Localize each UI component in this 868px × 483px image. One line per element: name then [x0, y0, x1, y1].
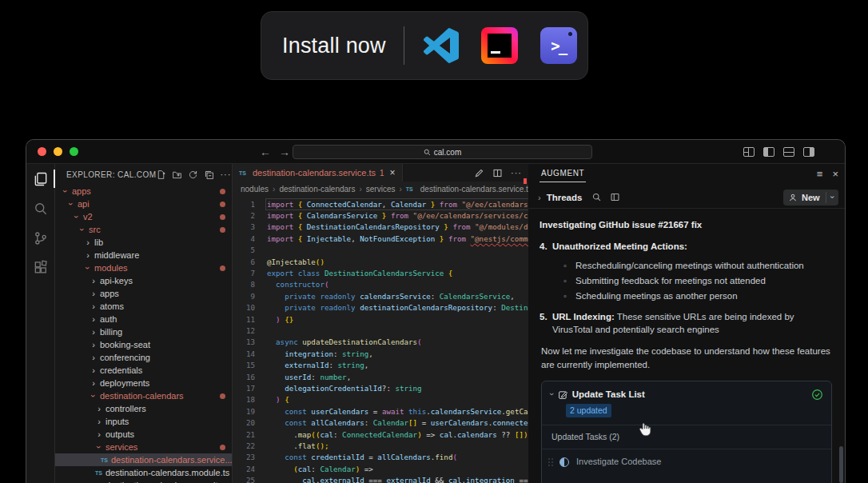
line-number: 11 [233, 315, 255, 324]
toggle-panel-icon[interactable] [783, 147, 794, 157]
git-modified-dot [220, 445, 225, 450]
code-line: 24 (cal: Calendar) => [233, 463, 528, 474]
code-line: 17 delegationCredentialId?: string [233, 382, 528, 393]
tree-item-label: auth [100, 314, 117, 324]
ts-file-icon: TS [95, 470, 102, 476]
pen-icon[interactable] [474, 168, 484, 178]
line-number: 8 [233, 280, 255, 289]
chevron-right-icon: › [90, 366, 98, 374]
search-threads-icon[interactable] [591, 192, 602, 202]
tree-row[interactable]: ›inputs [55, 415, 232, 428]
code-line: 20 const allCalendars: Calendar[] = user… [233, 417, 528, 428]
git-modified-dot [220, 202, 225, 207]
code-line: 12 [233, 325, 528, 336]
tree-row[interactable]: ›modules [55, 261, 232, 274]
panel-scrollbar[interactable] [839, 446, 843, 483]
code-line: 4import { Injectable, NotFoundException … [233, 233, 528, 244]
line-number: 13 [233, 337, 255, 346]
chevron-down-icon[interactable]: › [828, 196, 837, 198]
explorer-icon[interactable] [26, 164, 54, 194]
customize-layout-icon[interactable] [743, 147, 755, 157]
tree-row[interactable]: ›api [55, 198, 232, 210]
threads-label[interactable]: Threads [547, 193, 583, 202]
chevron-down-icon: › [62, 187, 70, 195]
close-icon[interactable]: × [832, 168, 838, 180]
close-window-button[interactable] [38, 147, 46, 156]
assistant-paragraph: Now let me investigate the codebase to u… [541, 345, 834, 371]
zoom-window-button[interactable] [70, 147, 78, 156]
tree-row[interactable]: ›billing [55, 325, 232, 338]
minimize-window-button[interactable] [54, 147, 62, 156]
drag-handle-icon[interactable] [548, 458, 555, 466]
tree-row[interactable]: ›credentials [55, 364, 232, 377]
tree-row[interactable]: ›destination-calendars [55, 389, 232, 402]
editor[interactable]: TS destination-calendars.service.ts 1 × … [233, 164, 528, 483]
tree-row[interactable]: ›apps [55, 287, 232, 300]
tree-row[interactable]: ›lib [55, 236, 232, 249]
split-editor-icon[interactable] [492, 168, 503, 178]
search-icon[interactable] [26, 194, 54, 223]
panel-layout-icon[interactable] [610, 192, 620, 202]
tree-row[interactable]: ›apps [55, 185, 232, 198]
tree-row[interactable]: ›controllers [55, 402, 232, 415]
tree-row[interactable]: ›deployments [55, 377, 232, 389]
tree-row[interactable]: ›middleware [55, 249, 232, 261]
code-line: 21 .map((cal: ConnectedCalendar) => cal.… [233, 429, 528, 440]
tree-row[interactable]: TSdestination-calendars.repository.ts [55, 479, 232, 483]
tree-row[interactable]: ›src [55, 223, 232, 236]
finding-4: 4. Unauthorized Meeting Actions: Resched… [540, 240, 834, 302]
tab-destination-calendars-service[interactable]: TS destination-calendars.service.ts 1 × [233, 164, 403, 182]
task-row[interactable]: Investigate Codebase [542, 449, 831, 475]
editor-more-icon[interactable]: ··· [511, 170, 522, 176]
collapse-all-icon[interactable] [204, 170, 214, 180]
chevron-right-icon: › [95, 405, 103, 413]
tab-close-icon[interactable]: × [390, 167, 396, 178]
url-bar[interactable]: cal.com [293, 145, 592, 159]
new-thread-button[interactable]: New › [783, 190, 838, 206]
code-line: 6@Injectable() [233, 256, 528, 267]
back-button[interactable]: ← [260, 146, 271, 158]
titlebar: ← → cal.com [26, 140, 845, 164]
tree-row[interactable]: ›auth [55, 313, 232, 325]
tree-row[interactable]: ›conferencing [55, 351, 232, 364]
tree-row[interactable]: TSdestination-calendars.service....1 [55, 453, 232, 466]
app-window: ← → cal.com [26, 139, 846, 483]
tree-row[interactable]: TSdestination-calendars.module.ts [55, 466, 232, 479]
vscode-icon[interactable] [424, 28, 459, 63]
terminal-icon[interactable]: >_ [540, 27, 577, 64]
augment-panel-title[interactable]: AUGMENT [540, 166, 586, 182]
tree-item-label: outputs [106, 429, 134, 439]
breadcrumb[interactable]: nodules› destination-calendars› services… [233, 182, 528, 196]
source-control-icon[interactable] [26, 223, 54, 253]
tree-row[interactable]: ›api-keys [55, 274, 232, 287]
extensions-icon[interactable] [26, 253, 54, 282]
tree-item-label: destination-calendars.service.... [111, 455, 233, 465]
toggle-primary-sidebar-icon[interactable] [763, 147, 774, 157]
chevron-down-icon[interactable]: › [545, 393, 558, 396]
finding-4-bullets: Rescheduling/canceling meetings without … [563, 259, 834, 303]
git-modified-dot [220, 265, 225, 271]
tree-row[interactable]: ›atoms [55, 300, 232, 313]
chevron-right-icon[interactable]: › [538, 193, 541, 202]
install-banner[interactable]: Install now >_ [261, 11, 588, 80]
task-row[interactable]: Analyze Issue Details [542, 475, 831, 483]
tree-item-label: destination-calendars [100, 391, 184, 401]
new-file-icon[interactable] [156, 170, 166, 180]
menu-icon[interactable]: ≡ [817, 168, 823, 180]
new-folder-icon[interactable] [172, 170, 182, 180]
explorer-more-icon[interactable]: ··· [220, 171, 231, 178]
tree-row[interactable]: ›services [55, 441, 232, 453]
jetbrains-icon[interactable] [481, 27, 518, 64]
tree-item-label: api [78, 199, 90, 209]
task-card-header[interactable]: › Update Task List [542, 381, 831, 402]
code-area[interactable]: 1import { ConnectedCalendar, Calendar } … [233, 196, 528, 483]
tree-row[interactable]: ›outputs [55, 428, 232, 441]
tree-row[interactable]: ›booking-seat [55, 338, 232, 351]
tree-row[interactable]: ›v2 [55, 210, 232, 223]
toggle-secondary-sidebar-icon[interactable] [803, 147, 814, 157]
refresh-icon[interactable] [188, 170, 198, 180]
forward-button[interactable]: → [279, 146, 290, 158]
line-number: 5 [233, 245, 255, 254]
update-task-list-card: › Update Task List 2 updated Updated Tas… [541, 381, 832, 483]
chevron-right-icon: › [90, 277, 98, 285]
